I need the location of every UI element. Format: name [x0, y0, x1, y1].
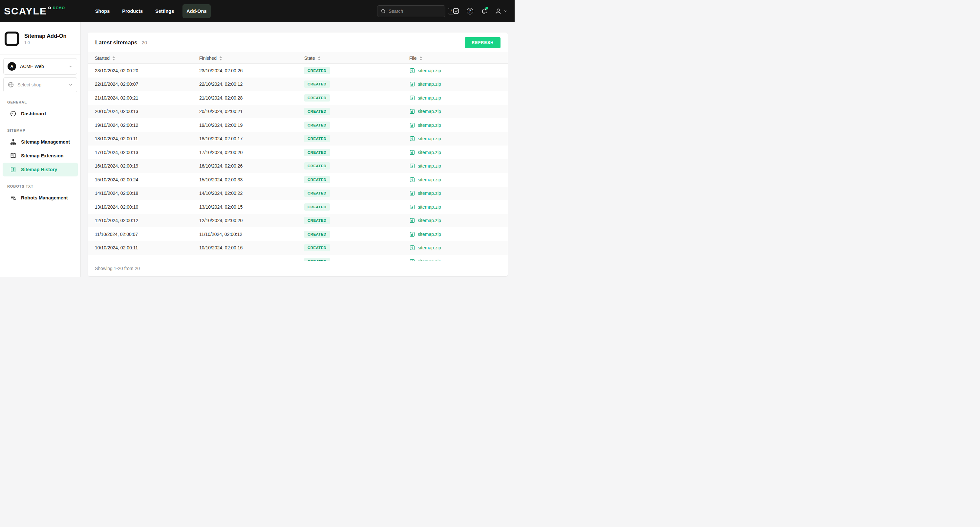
sort-icon — [219, 56, 223, 61]
download-icon[interactable] — [409, 163, 415, 169]
search-input[interactable] — [388, 8, 448, 14]
sidebar-item-sitemap-history[interactable]: Sitemap History — [3, 163, 78, 176]
book-icon — [10, 152, 16, 159]
column-label: File — [409, 56, 417, 61]
nav-item-products[interactable]: Products — [118, 4, 147, 18]
status-badge: CREATED — [304, 244, 330, 251]
cell-file[interactable]: sitemap.zip — [409, 163, 508, 169]
nav-item-addons[interactable]: Add-Ons — [183, 4, 210, 18]
download-icon[interactable] — [409, 190, 415, 196]
file-link-label[interactable]: sitemap.zip — [418, 123, 441, 128]
search-box[interactable]: / — [377, 5, 445, 17]
download-icon[interactable] — [409, 122, 415, 128]
table-row: 15/10/2024, 02:00:24 15/10/2024, 02:00:3… — [88, 173, 508, 187]
cell-file[interactable]: sitemap.zip — [409, 95, 508, 101]
cell-state: CREATED — [304, 149, 409, 156]
chevron-down-icon — [68, 83, 73, 87]
table-row: CREATED sitemap.zip — [88, 255, 508, 261]
cell-file[interactable]: sitemap.zip — [409, 231, 508, 237]
app-version: 1.0 — [24, 40, 67, 45]
file-link-label[interactable]: sitemap.zip — [418, 204, 441, 209]
status-badge: CREATED — [304, 149, 330, 156]
status-badge: CREATED — [304, 108, 330, 115]
cell-file[interactable]: sitemap.zip — [409, 109, 508, 114]
cell-file[interactable]: sitemap.zip — [409, 150, 508, 155]
cell-started: 16/10/2024, 02:00:19 — [95, 163, 199, 169]
table-row: 12/10/2024, 02:00:12 12/10/2024, 02:00:2… — [88, 214, 508, 228]
download-icon[interactable] — [409, 204, 415, 210]
file-link-label[interactable]: sitemap.zip — [418, 245, 441, 250]
notifications-icon[interactable] — [480, 8, 488, 15]
file-link-label[interactable]: sitemap.zip — [418, 136, 441, 141]
table-row: 18/10/2024, 02:00:11 18/10/2024, 02:00:1… — [88, 132, 508, 146]
cell-finished: 14/10/2024, 02:00:22 — [199, 190, 304, 196]
cell-finished: 20/10/2024, 02:00:21 — [199, 109, 304, 114]
sidebar-item-label: Robots Management — [21, 195, 68, 200]
status-badge: CREATED — [304, 67, 330, 74]
cell-file[interactable]: sitemap.zip — [409, 177, 508, 183]
cell-file[interactable]: sitemap.zip — [409, 217, 508, 224]
download-icon[interactable] — [409, 109, 415, 114]
column-header-state[interactable]: State — [304, 56, 409, 61]
column-header-file[interactable]: File — [409, 56, 508, 61]
file-link-label[interactable]: sitemap.zip — [418, 109, 441, 114]
status-badge: CREATED — [304, 135, 330, 142]
sidebar-item-dashboard[interactable]: Dashboard — [3, 107, 78, 121]
cell-started: 14/10/2024, 02:00:18 — [95, 190, 199, 196]
check-badge-icon[interactable] — [452, 8, 460, 15]
file-link-label[interactable]: sitemap.zip — [418, 177, 441, 182]
download-icon[interactable] — [409, 245, 415, 251]
question-mark-icon: ? — [467, 8, 473, 14]
cell-file[interactable]: sitemap.zip — [409, 259, 508, 261]
file-link-label[interactable]: sitemap.zip — [418, 81, 441, 87]
column-label: Finished — [199, 56, 216, 61]
help-icon[interactable]: ? — [466, 8, 474, 15]
column-header-started[interactable]: Started — [95, 56, 199, 61]
status-badge: CREATED — [304, 203, 330, 211]
section-label-sitemap: SITEMAP — [7, 128, 80, 133]
account-menu[interactable] — [495, 8, 508, 15]
scayle-logo[interactable]: SCAYLE DEMO — [4, 5, 65, 17]
cell-state: CREATED — [304, 94, 409, 102]
refresh-button[interactable]: REFRESH — [465, 37, 501, 48]
sidebar-item-sitemap-extension[interactable]: Sitemap Extension — [3, 149, 78, 163]
status-badge: CREATED — [304, 217, 330, 224]
nav-item-settings[interactable]: Settings — [151, 4, 178, 18]
cell-file[interactable]: sitemap.zip — [409, 68, 508, 73]
cell-file[interactable]: sitemap.zip — [409, 122, 508, 128]
shop-selector[interactable]: Select shop — [3, 77, 77, 92]
file-link-label[interactable]: sitemap.zip — [418, 150, 441, 155]
logo-ring-icon — [48, 6, 51, 9]
file-link-label[interactable]: sitemap.zip — [418, 259, 441, 261]
file-link-label[interactable]: sitemap.zip — [418, 163, 441, 169]
download-icon[interactable] — [409, 177, 415, 183]
cell-file[interactable]: sitemap.zip — [409, 136, 508, 142]
cell-file[interactable]: sitemap.zip — [409, 81, 508, 87]
file-link-label[interactable]: sitemap.zip — [418, 190, 441, 196]
download-icon[interactable] — [409, 68, 415, 73]
tenant-selector[interactable]: A ACME Web — [3, 58, 77, 75]
column-header-finished[interactable]: Finished — [199, 56, 304, 61]
download-icon[interactable] — [409, 150, 415, 155]
file-link-label[interactable]: sitemap.zip — [418, 232, 441, 237]
download-icon[interactable] — [409, 95, 415, 101]
file-link-label[interactable]: sitemap.zip — [418, 68, 441, 73]
download-icon[interactable] — [409, 217, 415, 224]
download-icon[interactable] — [409, 81, 415, 87]
download-icon[interactable] — [409, 136, 415, 142]
file-link-label[interactable]: sitemap.zip — [418, 95, 441, 101]
cell-file[interactable]: sitemap.zip — [409, 245, 508, 251]
sidebar-item-robots-management[interactable]: Robots Management — [3, 191, 78, 205]
latest-sitemaps-card: Latest sitemaps 20 REFRESH Started Finis… — [88, 32, 508, 276]
card-header: Latest sitemaps 20 REFRESH — [88, 32, 508, 53]
download-icon[interactable] — [409, 259, 415, 261]
sidebar-item-sitemap-management[interactable]: Sitemap Management — [3, 135, 78, 149]
file-link-label[interactable]: sitemap.zip — [418, 218, 441, 223]
cell-file[interactable]: sitemap.zip — [409, 204, 508, 210]
sidebar-item-label: Sitemap Management — [21, 139, 70, 145]
cell-file[interactable]: sitemap.zip — [409, 190, 508, 196]
nav-item-shops[interactable]: Shops — [91, 4, 113, 18]
cell-started: 22/10/2024, 02:00:07 — [95, 81, 199, 87]
download-icon[interactable] — [409, 231, 415, 237]
cell-finished: 15/10/2024, 02:00:33 — [199, 177, 304, 182]
